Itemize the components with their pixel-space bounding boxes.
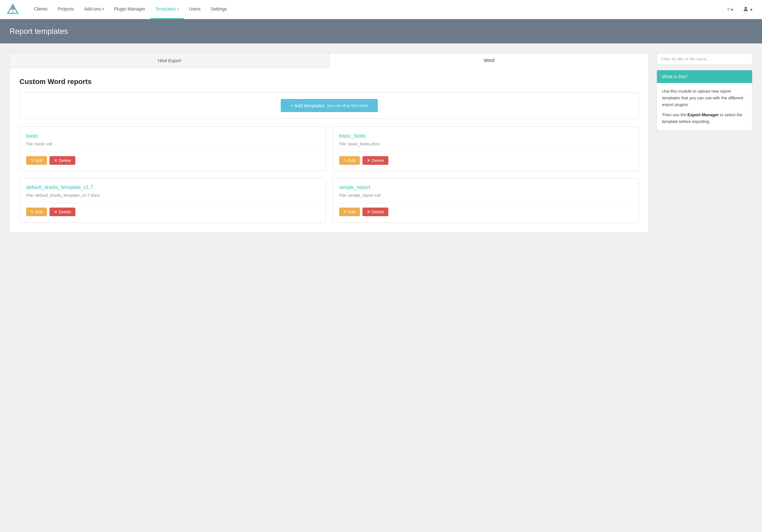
edit-icon-3: ✎ [31,209,34,214]
tabs-panel: Html Export Word Custom Word reports + A… [10,53,649,233]
nav-users[interactable]: Users [184,0,206,19]
templates-grid: basic File: basic.xslt ✎ Edit ✕ Delete [20,126,639,223]
info-box-line2: Then use the Export Manager to select th… [662,112,747,125]
nav-templates[interactable]: Templates ▾ [150,0,184,19]
edit-icon-4: ✎ [343,209,347,214]
edit-button-basic[interactable]: ✎ Edit [26,156,47,165]
help-dropdown-icon: ▾ [731,7,733,12]
delete-icon-basic: ✕ [54,158,57,163]
card-divider-3 [26,203,319,203]
add-templates-label: + Add templates [290,103,325,108]
delete-icon-4: ✕ [367,209,370,214]
edit-button-basic-fields[interactable]: ✎ Edit [339,156,360,165]
info-box-header: What is this? [657,70,752,83]
delete-icon-2: ✕ [367,158,370,163]
add-templates-button[interactable]: + Add templates (you can drop files here… [281,99,377,112]
card-actions-basic-fields: ✎ Edit ✕ Delete [339,156,632,165]
add-templates-sublabel: (you can drop files here) [327,104,368,108]
info-box: What is this? Use this module to upload … [656,70,752,131]
filter-input[interactable] [656,53,752,65]
template-card-simple-report: simple_report File: simple_report.xslt ✎… [333,178,639,223]
card-actions-default: ✎ Edit ✕ Delete [26,207,319,216]
nav-links: Clients Projects Add-ons ▾ Plugin Manage… [29,0,724,19]
template-file-basic-fields: File: basic_fields.docx [339,141,632,146]
user-dropdown-icon: ▾ [750,7,752,12]
nav-plugin-manager[interactable]: Plugin Manager [109,0,150,19]
template-file-default: File: default_dradis_template_v1.7.docx [26,193,319,198]
template-title-basic: basic [26,133,319,139]
help-button[interactable]: ? ▾ [724,5,736,14]
page-title: Report templates [10,27,752,36]
edit-button-default[interactable]: ✎ Edit [26,207,47,216]
nav-addons[interactable]: Add-ons ▾ [79,0,109,19]
templates-dropdown-icon: ▾ [177,7,179,11]
delete-icon-3: ✕ [54,209,57,214]
nav-clients[interactable]: Clients [29,0,53,19]
tab-body: Custom Word reports + Add templates (you… [10,68,648,232]
user-icon [742,6,749,13]
template-card-default: default_dradis_template_v1.7 File: defau… [20,178,326,223]
template-file-simple-report: File: simple_report.xslt [339,193,632,198]
svg-point-3 [745,7,747,9]
card-divider-4 [339,203,632,203]
tab-word[interactable]: Word [330,53,649,68]
navbar: Clients Projects Add-ons ▾ Plugin Manage… [0,0,762,19]
template-card-basic-fields: basic_fields File: basic_fields.docx ✎ E… [333,126,639,172]
info-box-line2-pre: Then use the [662,113,688,117]
main-content: Html Export Word Custom Word reports + A… [0,43,762,242]
delete-button-default[interactable]: ✕ Delete [49,207,75,216]
card-divider-2 [339,151,632,152]
template-card-basic: basic File: basic.xslt ✎ Edit ✕ Delete [20,126,326,172]
edit-icon-basic: ✎ [31,158,34,163]
sidebar: What is this? Use this module to upload … [656,53,752,131]
user-button[interactable]: ▾ [739,4,756,15]
nav-projects[interactable]: Projects [53,0,79,19]
edit-icon-2: ✎ [343,158,347,163]
card-actions-simple-report: ✎ Edit ✕ Delete [339,207,632,216]
delete-button-basic[interactable]: ✕ Delete [49,156,75,165]
help-icon: ? [727,7,729,12]
info-box-line2-bold: Export Manager [688,113,719,117]
addons-dropdown-icon: ▾ [102,7,104,11]
delete-button-simple-report[interactable]: ✕ Delete [362,207,388,216]
info-box-line1: Use this module to upload new report tem… [662,88,747,108]
nav-settings[interactable]: Settings [206,0,232,19]
info-box-body: Use this module to upload new report tem… [657,83,752,130]
navbar-right: ? ▾ ▾ [724,4,756,15]
template-file-basic: File: basic.xslt [26,141,319,146]
template-title-basic-fields: basic_fields [339,133,632,139]
delete-button-basic-fields[interactable]: ✕ Delete [362,156,388,165]
template-title-simple-report: simple_report [339,185,632,190]
card-divider [26,151,319,152]
logo[interactable] [6,3,19,16]
add-templates-area: + Add templates (you can drop files here… [20,92,639,119]
edit-button-simple-report[interactable]: ✎ Edit [339,207,360,216]
page-header: Report templates [0,19,762,43]
tab-html-export[interactable]: Html Export [10,53,330,68]
tabs-header: Html Export Word [10,53,648,68]
section-title: Custom Word reports [20,78,639,86]
template-title-default: default_dradis_template_v1.7 [26,185,319,190]
card-actions-basic: ✎ Edit ✕ Delete [26,156,319,165]
